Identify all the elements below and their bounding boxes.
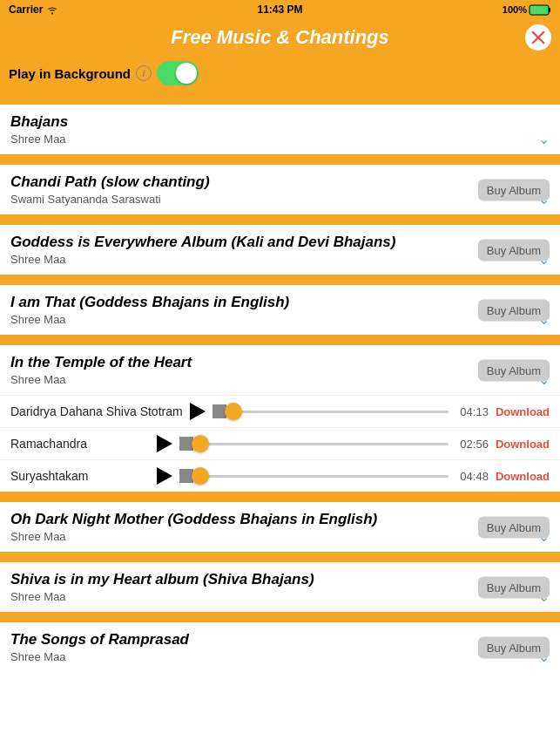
album-artist: Shree Maa bbox=[10, 132, 550, 146]
svg-rect-0 bbox=[530, 5, 549, 15]
album-title: Goddess is Everywhere Album (Kali and De… bbox=[10, 234, 550, 251]
albums-scroll-area[interactable]: BhajansShree Maa⌄Chandi Path (slow chant… bbox=[0, 94, 560, 737]
track-duration: 04:13 bbox=[455, 405, 489, 418]
chevron-down-icon[interactable]: ⌄ bbox=[538, 649, 550, 665]
album-artist: Shree Maa bbox=[10, 590, 550, 603]
album-row[interactable]: Shiva is in my Heart album (Shiva Bhajan… bbox=[0, 562, 560, 612]
chevron-down-icon[interactable]: ⌄ bbox=[538, 371, 550, 388]
track-name: Suryashtakam bbox=[10, 469, 150, 483]
album-row[interactable]: BhajansShree Maa⌄ bbox=[0, 105, 560, 154]
download-button[interactable]: Download bbox=[496, 470, 550, 483]
album-title: The Songs of Ramprasad bbox=[10, 631, 550, 649]
track-duration: 02:56 bbox=[455, 438, 489, 451]
chevron-down-icon[interactable]: ⌄ bbox=[538, 191, 550, 207]
carrier-text: Carrier bbox=[9, 3, 43, 16]
album-row[interactable]: Chandi Path (slow chanting)Swami Satyana… bbox=[0, 165, 560, 214]
download-button[interactable]: Download bbox=[496, 438, 550, 451]
play-button[interactable] bbox=[190, 403, 206, 420]
play-background-label: Play in Background bbox=[9, 66, 131, 81]
download-button[interactable]: Download bbox=[496, 405, 550, 418]
chevron-down-icon[interactable]: ⌄ bbox=[538, 311, 550, 328]
chevron-down-icon[interactable]: ⌄ bbox=[538, 251, 550, 268]
album-row[interactable]: Oh Dark Night Mother (Goddess Bhajans in… bbox=[0, 502, 560, 552]
track-name: Ramachandra bbox=[10, 437, 150, 451]
battery-icon bbox=[529, 4, 551, 16]
battery-text: 100% bbox=[503, 4, 527, 15]
album-title: I am That (Goddess Bhajans in English) bbox=[10, 294, 550, 311]
album-artist: Shree Maa bbox=[10, 650, 550, 663]
track-row: Ramachandra02:56Download bbox=[0, 427, 560, 459]
track-row: Suryashtakam04:48Download bbox=[0, 459, 560, 492]
album-row[interactable]: Goddess is Everywhere Album (Kali and De… bbox=[0, 225, 560, 275]
section-separator bbox=[0, 214, 560, 225]
wifi-icon bbox=[46, 4, 58, 15]
album-title: In the Temple of the Heart bbox=[10, 354, 550, 371]
section-separator bbox=[0, 275, 560, 285]
section-separator bbox=[0, 335, 560, 345]
album-title: Chandi Path (slow chanting) bbox=[10, 173, 550, 191]
track-name: Daridrya Dahana Shiva Stotram bbox=[10, 404, 183, 418]
info-icon[interactable]: i bbox=[136, 65, 152, 81]
section-separator bbox=[0, 612, 560, 622]
close-icon bbox=[530, 30, 546, 45]
album-artist: Shree Maa bbox=[10, 530, 550, 543]
status-bar: Carrier 11:43 PM 100% bbox=[0, 0, 560, 19]
section-separator bbox=[0, 94, 560, 105]
album-row[interactable]: The Songs of RamprasadShree MaaBuy Album… bbox=[0, 622, 560, 672]
section-separator bbox=[0, 552, 560, 562]
progress-bar[interactable] bbox=[200, 435, 449, 452]
play-background-toggle[interactable] bbox=[157, 61, 199, 85]
battery-info: 100% bbox=[503, 4, 551, 16]
play-background-bar: Play in Background i bbox=[0, 56, 560, 94]
time-display: 11:43 PM bbox=[257, 3, 302, 16]
album-artist: Swami Satyananda Saraswati bbox=[10, 193, 550, 206]
album-row[interactable]: In the Temple of the HeartShree MaaBuy A… bbox=[0, 345, 560, 395]
album-artist: Shree Maa bbox=[10, 373, 550, 386]
album-row[interactable]: I am That (Goddess Bhajans in English)Sh… bbox=[0, 285, 560, 335]
chevron-down-icon[interactable]: ⌄ bbox=[538, 528, 550, 545]
track-duration: 04:48 bbox=[455, 470, 489, 483]
play-button[interactable] bbox=[157, 435, 172, 452]
track-row: Daridrya Dahana Shiva Stotram04:13Downlo… bbox=[0, 395, 560, 427]
carrier-info: Carrier bbox=[9, 3, 58, 16]
app-header: Free Music & Chantings bbox=[0, 19, 560, 56]
chevron-down-icon[interactable]: ⌄ bbox=[538, 131, 550, 147]
app-title: Free Music & Chantings bbox=[35, 26, 525, 49]
album-title: Shiva is in my Heart album (Shiva Bhajan… bbox=[10, 571, 550, 588]
section-separator bbox=[0, 492, 560, 502]
album-title: Bhajans bbox=[10, 113, 550, 131]
section-separator bbox=[0, 154, 560, 165]
svg-rect-1 bbox=[549, 8, 550, 12]
chevron-down-icon[interactable]: ⌄ bbox=[538, 588, 550, 605]
play-button[interactable] bbox=[157, 467, 172, 485]
progress-bar[interactable] bbox=[233, 403, 449, 420]
album-artist: Shree Maa bbox=[10, 313, 550, 326]
album-title: Oh Dark Night Mother (Goddess Bhajans in… bbox=[10, 511, 550, 528]
close-button[interactable] bbox=[525, 24, 551, 51]
album-artist: Shree Maa bbox=[10, 253, 550, 266]
progress-bar[interactable] bbox=[200, 467, 449, 485]
